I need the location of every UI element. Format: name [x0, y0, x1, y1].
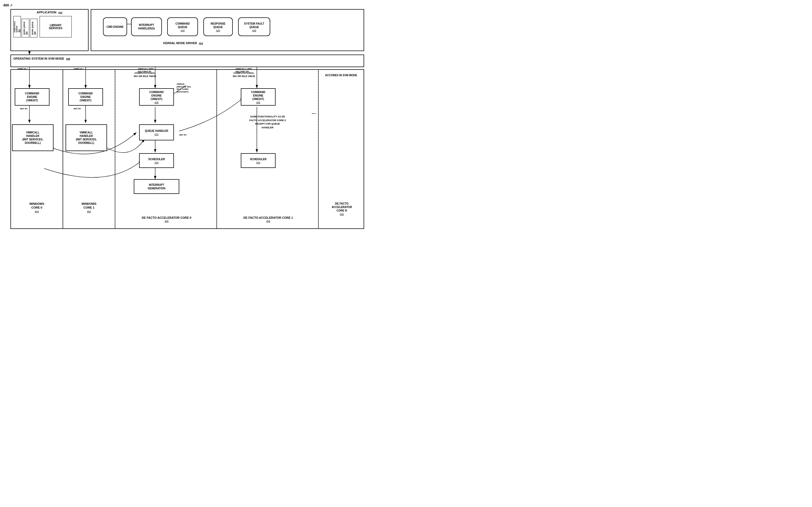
- work-queue-2-ref: 424: [34, 22, 36, 35]
- kernal-mode-driver-label: KERNAL MODE DRIVER 410: [163, 42, 203, 45]
- cmd-engine-vmexit-3-label: COMMANDENGINE(VMEXIT): [149, 91, 163, 101]
- interrupt-generation-box: INTERRUPTGENERATION: [134, 179, 179, 194]
- kernal-mode-driver-ref: 410: [199, 42, 203, 45]
- response-queue-ref: 420: [216, 29, 220, 32]
- fig-number: 400: [3, 3, 9, 7]
- user-fault-queue-ref: 422: [18, 21, 20, 32]
- scheduler-1-label: SCHEDULER: [148, 158, 165, 161]
- accores-svm-label: ACCORES IN SVM MODE: [320, 73, 363, 77]
- system-fault-queue-ref: 428: [252, 29, 256, 32]
- de-facto-core-n-area: DE FACTOACCELERATORCORE N 406: [320, 202, 364, 216]
- scheduler-1-ref: 416: [154, 161, 158, 164]
- windows-core-0-area: WINDOWSCORE 0 404: [12, 202, 61, 213]
- response-queue-box: RESPONSEQUEUE 420: [203, 17, 233, 36]
- interrupt-handler-box: INTERRUPT HANDLER(S): [131, 17, 162, 36]
- system-fault-queue-label: SYSTEM FAULTQUEUE: [244, 22, 264, 29]
- svg-rect-4: [11, 55, 364, 67]
- application-label: APPLICATION 414: [12, 11, 87, 14]
- de-facto-core-1-ref: 406: [218, 220, 318, 222]
- work-queue-1-label: WORK QUEUE: [23, 22, 25, 35]
- cmd-engine-vmexit-2-box: COMMANDENGINE(VMEXIT): [68, 88, 103, 106]
- vmmcall-handler-2-label: VMMCALLHANDLER(INIT SERVICES,DOORBELL): [76, 131, 97, 145]
- scheduler-2-ref: 416: [256, 161, 260, 164]
- init-ipi-3-label: INIT IPI: [179, 134, 186, 136]
- vmmcall-handler-2-box: VMMCALLHANDLER(INIT SERVICES,DOORBELL): [65, 124, 107, 151]
- cmd-engine-vmexit-1-label: COMMANDENGINE(VMEXIT): [25, 92, 39, 102]
- queue-handler-label: QUEUE HANDLER: [145, 129, 168, 133]
- fig-arrow: ↗: [10, 4, 12, 7]
- response-queue-label: RESPONSEQUEUE: [211, 22, 225, 29]
- interrupt-generation-label: INTERRUPTGENERATION: [148, 183, 165, 190]
- user-fault-queue-box: USER FAULT QUEUE 422: [13, 16, 21, 38]
- cmd-engine-vmexit-3-box: COMMANDENGINE(VMEXIT) 426: [139, 88, 174, 106]
- library-services-label: LIBRARYSERVICES: [49, 24, 62, 30]
- de-facto-core-n-ref: 406: [320, 213, 364, 216]
- init-ipi-2-label: INIT IPI: [73, 108, 81, 110]
- work-queue-2-label: WORK QUEUE: [32, 22, 34, 35]
- scheduler-2-label: SCHEDULER: [250, 158, 267, 161]
- windows-core-1-label: WINDOWSCORE 1: [64, 202, 114, 210]
- cmd-engine-box: CMD ENGINE: [103, 17, 127, 36]
- library-services-box: LIBRARYSERVICES: [40, 16, 72, 38]
- vmrun-label: VMRUN(RESUME WU,IDLE CORE,WU/START): [176, 83, 191, 93]
- queue-handler-box: QUEUE HANDLER 412: [139, 124, 174, 140]
- cmd-engine-vmexit-1-box: COMMANDENGINE(VMEXIT): [15, 88, 50, 106]
- vmmcall-1-label: VMMCALL: [17, 68, 28, 70]
- command-queue-ref: 418: [180, 29, 184, 32]
- windows-core-1-ref: 404: [64, 210, 114, 213]
- de-facto-core-0-label: DE FACTO ACCELERATOR CORE 0: [116, 216, 217, 219]
- queue-handler-ref: 412: [154, 133, 158, 135]
- work-queue-1-box: WORK QUEUE 424: [22, 19, 29, 38]
- cmd-engine-vmexit-3-ref: 426: [154, 101, 158, 104]
- vmmcall-pf-2-label: VMMCALL/ #PF/HALT/INIT IPI: [235, 68, 252, 73]
- scheduler-2-box: SCHEDULER 416: [241, 153, 276, 168]
- windows-core-0-label: WINDOWSCORE 0: [12, 202, 61, 210]
- de-facto-core-1-label: DE FACTO ACCELERATOR CORE 1: [218, 216, 318, 219]
- application-area: APPLICATION 414 USER FAULT QUEUE 422 WOR…: [11, 9, 88, 51]
- svg-rect-5: [11, 69, 364, 229]
- de-facto-core-1-area: DE FACTO ACCELERATOR CORE 1 406: [218, 216, 318, 222]
- init-ipi-1-label: INIT IPI: [20, 108, 27, 110]
- work-queue-1-ref: 424: [25, 22, 28, 35]
- ellipsis-label: ...: [312, 110, 316, 115]
- work-queue-2-box: WORK QUEUE 424: [30, 19, 38, 38]
- scheduler-1-box: SCHEDULER 416: [139, 153, 174, 168]
- de-facto-core-n-label: DE FACTOACCELERATORCORE N: [320, 202, 364, 212]
- same-functionality-label: SAME FUNCTIONALITY AS DEFACTO ACCELERATO…: [219, 115, 316, 129]
- os-svm-label: OPERATING SYSTEM IN SVM MODE 408: [13, 57, 70, 60]
- fig-label: 400 ↗: [3, 3, 12, 7]
- cmd-engine-vmexit-2-label: COMMANDENGINE(VMEXIT): [78, 92, 93, 102]
- os-svm-ref: 408: [66, 57, 70, 60]
- command-queue-box: COMMANDQUEUE 418: [167, 17, 198, 36]
- windows-core-1-area: WINDOWSCORE 1 404: [64, 202, 114, 213]
- de-facto-core-0-area: DE FACTO ACCELERATOR CORE 0 406: [116, 216, 217, 222]
- cmd-engine-vmexit-4-ref: 426: [256, 101, 260, 104]
- cmd-engine-vmexit-4-box: COMMANDENGINE(VMEXIT) 426: [241, 88, 276, 106]
- windows-core-0-ref: 404: [12, 210, 61, 213]
- vmmcall-2-label: VMMCALL: [73, 68, 84, 70]
- cmd-engine-label: CMD ENGINE: [106, 25, 124, 29]
- vmmcall-handler-1-box: VMMCALLHANDLER(INIT SERVICES,DOORBELL): [12, 124, 54, 151]
- cmd-engine-vmexit-4-label: COMMANDENGINE(VMEXIT): [251, 91, 265, 101]
- interrupt-handler-label: INTERRUPT HANDLER(S): [131, 23, 161, 30]
- diagram-container: 400 ↗: [3, 3, 372, 233]
- system-fault-queue-box: SYSTEM FAULTQUEUE 428: [238, 17, 270, 36]
- vmmcall-pf-1-label: VMMCALL/#PF/HALT/INIT IPI: [138, 68, 154, 73]
- vmmcall-handler-1-label: VMMCALLHANDLER(INIT SERVICES,DOORBELL): [22, 131, 43, 145]
- de-facto-core-0-ref: 406: [116, 220, 217, 222]
- command-queue-label: COMMANDQUEUE: [175, 22, 190, 29]
